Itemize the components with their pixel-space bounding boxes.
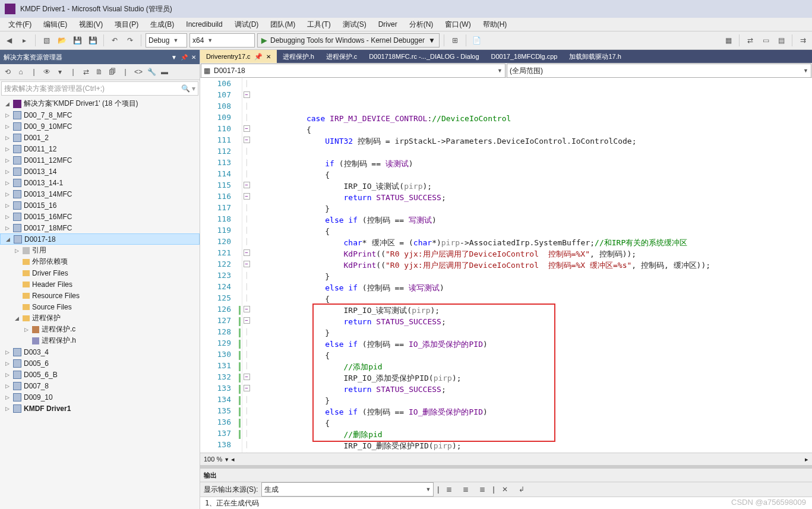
nav-scope-combo[interactable]: ▦ D0017-18▼ [201,64,505,78]
toolbar: ◀ ▸ ▧ 📂 💾 💾 ↶ ↷ Debug▼ x64▼ ▶ Debugging … [0,31,812,50]
undo-button[interactable]: ↶ [108,34,121,47]
tree-node[interactable]: Resource Files [0,290,200,301]
tree-node[interactable]: ◢进程保护 [0,312,200,324]
tree-node[interactable]: ◢D0017-18 [0,233,200,245]
home-icon[interactable]: ⟲ [2,68,13,76]
out-clear-button[interactable]: ✕ [498,483,511,496]
save-button[interactable]: 💾 [71,34,84,47]
output-source-combo[interactable]: 生成▼ [261,482,434,497]
vs-icon [5,4,15,14]
menu-edit[interactable]: 编辑(E) [39,18,72,31]
out-wrap-button[interactable]: ↲ [515,483,528,496]
menu-view[interactable]: 视图(V) [74,18,108,31]
menu-analyze[interactable]: 分析(N) [405,18,438,31]
out-btn-3[interactable]: ≣ [476,483,489,496]
new-project-button[interactable]: ▧ [40,34,53,47]
tree-node[interactable]: Source Files [0,301,200,312]
menu-project[interactable]: 项目(P) [110,18,143,31]
editor-footer: 100 % ▼ ◂ ▸ [200,453,812,465]
solution-explorer: 解决方案资源管理器 ▼📌✕ ⟲⌂ | 👁▾ | ⇄🗎🗐 | <>🔧▬ 搜索解决方… [0,50,200,509]
config-combo[interactable]: Debug▼ [146,33,187,48]
tool-right-4[interactable]: ▤ [775,34,788,47]
solution-tree[interactable]: ◢解决方案'KMDF Driver1' (18 个项目)▷D00_7_8_MFC… [0,97,200,509]
tree-node[interactable]: ▷D0011_12 [0,143,200,154]
tree-node[interactable]: ▷D0017_18MFC [0,222,200,233]
home2-icon[interactable]: ⌂ [15,68,26,76]
nav-back-button[interactable]: ◀ [2,34,15,47]
menu-build[interactable]: 生成(B) [146,18,179,31]
tool-right-1[interactable]: ▦ [722,34,735,47]
play-icon: ▶ [261,36,267,45]
nav-member-combo[interactable]: (全局范围)▼ [507,64,811,78]
code-content[interactable]: case IRP_MJ_DEVICE_CONTROL://DeviceIoCon… [251,78,812,453]
document-tab[interactable]: D0017_18MFCDlg.cpp [485,50,564,63]
document-tab[interactable]: 加载卸载驱动17.h [563,50,627,63]
tree-node[interactable]: ▷D0013_14MFC [0,188,200,200]
tool-btn-1[interactable]: ⊞ [448,34,462,47]
tree-node[interactable]: 外部依赖项 [0,256,200,267]
tree-node[interactable]: ▷进程保护.c [0,324,200,335]
document-tab[interactable]: 进程保护.c [320,50,364,63]
tool-right-2[interactable]: ⇄ [744,34,757,47]
solution-explorer-title: 解决方案资源管理器 ▼📌✕ [0,50,200,64]
tree-node[interactable]: ◢解决方案'KMDF Driver1' (18 个项目) [0,98,200,109]
dropdown-icon[interactable]: ▼ [171,54,177,61]
menu-window[interactable]: 窗口(W) [440,18,475,31]
fold-gutter[interactable]: │−││−−│││−−││││−−│││−−││││−−││││││ [242,78,251,453]
tree-node[interactable]: Driver Files [0,267,200,279]
menu-test[interactable]: 测试(S) [338,18,371,31]
tree-node[interactable]: ▷D009_10 [0,391,200,403]
tree-node[interactable]: ▷D00_9_10MFC [0,121,200,132]
pin-icon[interactable]: 📌 [181,54,188,61]
refresh-icon[interactable]: 🗎 [94,68,105,76]
sync-icon[interactable]: 👁 [42,68,52,76]
solution-search[interactable]: 搜索解决方案资源管理器(Ctrl+;) 🔍 ▾ [1,81,198,96]
props-icon[interactable]: 🗐 [107,68,118,76]
tree-node[interactable]: ▷D001_2 [0,132,200,143]
wrench-icon[interactable]: 🔧 [146,68,157,76]
tree-node[interactable]: 进程保护.h [0,335,200,346]
tool-right-3[interactable]: ▭ [759,34,772,47]
open-file-button[interactable]: 📂 [55,34,68,47]
tree-node[interactable]: ▷KMDF Driver1 [0,403,200,414]
toggle-icon[interactable]: ▬ [159,68,170,76]
menu-team[interactable]: 团队(M) [266,18,300,31]
tree-node[interactable]: ▷D0011_12MFC [0,154,200,166]
document-tabs: Driverentry17.c📌✕进程保护.h进程保护.cD001718MFC.… [200,50,812,63]
menu-incredibuild[interactable]: Incredibuild [181,19,227,30]
tree-node[interactable]: ▷引用 [0,245,200,256]
tree-node[interactable]: Header Files [0,279,200,290]
redo-button[interactable]: ↷ [124,34,137,47]
tree-node[interactable]: ▷D005_6_B [0,369,200,380]
close-icon[interactable]: ✕ [191,54,196,61]
tree-node[interactable]: ▷D005_6 [0,358,200,369]
menu-help[interactable]: 帮助(H) [478,18,512,31]
out-btn-2[interactable]: ≣ [459,483,472,496]
tree-node[interactable]: ▷D0015_16MFC [0,211,200,222]
tree-node[interactable]: ▷D00_7_8_MFC [0,109,200,121]
document-tab[interactable]: 进程保护.h [277,50,320,63]
code-editor[interactable]: 1061071081091101111121131141151161171181… [200,78,812,453]
zoom-level[interactable]: 100 % [204,456,222,463]
menu-driver[interactable]: Driver [374,19,402,30]
start-debug-button[interactable]: ▶ Debugging Tools for Windows - Kernel D… [257,33,440,48]
code-navbar: ▦ D0017-18▼ (全局范围)▼ [200,63,812,78]
menu-file[interactable]: 文件(F) [4,18,36,31]
tree-node[interactable]: ▷D0013_14-1 [0,177,200,188]
tree-node[interactable]: ▷D003_4 [0,346,200,358]
tree-node[interactable]: ▷D0015_16 [0,200,200,211]
filter-icon[interactable]: <> [133,68,144,76]
menu-tools[interactable]: 工具(T) [302,18,335,31]
scope-icon[interactable]: ⇄ [81,68,91,76]
tool-btn-2[interactable]: 📄 [470,34,484,47]
tree-node[interactable]: ▷D007_8 [0,380,200,391]
save-all-button[interactable]: 💾 [86,34,99,47]
menu-debug[interactable]: 调试(D) [230,18,264,31]
document-tab[interactable]: Driverentry17.c📌✕ [200,50,277,63]
tree-node[interactable]: ▷D0013_14 [0,166,200,177]
tool-right-5[interactable]: ⇉ [797,34,810,47]
out-btn-1[interactable]: ≣ [443,483,456,496]
platform-combo[interactable]: x64▼ [189,33,255,48]
document-tab[interactable]: D001718MFC.rc -..._DIALOG - Dialog [363,50,485,63]
nav-fwd-button[interactable]: ▸ [18,34,31,47]
